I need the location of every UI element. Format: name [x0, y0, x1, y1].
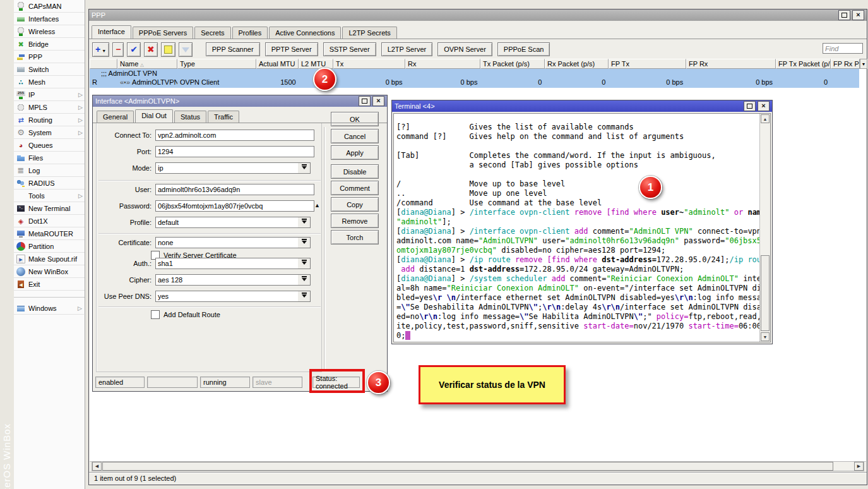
column-header-rx[interactable]: Rx [405, 59, 480, 69]
tab-pppoe-servers[interactable]: PPPoE Servers [133, 27, 193, 39]
scroll-left-icon[interactable]: ◀ [92, 462, 102, 471]
sidebar-item-exit[interactable]: Exit [14, 278, 85, 291]
user-field[interactable]: adminolt0hr6o13v96adq9n [155, 184, 314, 195]
sidebar-item-make-supout-rif[interactable]: Make Supout.rif [14, 253, 85, 265]
pppoe-scan-button[interactable]: PPPoE Scan [497, 42, 550, 56]
certificate-field[interactable]: none [155, 237, 302, 248]
tab-interface[interactable]: Interface [92, 25, 131, 39]
ppp-titlebar[interactable]: PPP × [89, 9, 867, 21]
sidebar-item-dot1x[interactable]: Dot1X [14, 215, 85, 227]
column-header-name[interactable]: Name△ [117, 59, 177, 69]
sidebar-item-bridge[interactable]: Bridge [14, 38, 85, 51]
cipher-field[interactable]: aes 128 [155, 274, 302, 286]
sidebar-item-routing[interactable]: Routing▷ [14, 114, 85, 126]
column-header-l2-mtu[interactable]: L2 MTU [299, 59, 333, 69]
sidebar-item-partition[interactable]: Partition [14, 240, 85, 253]
column-header-tx-packet-p-s[interactable]: Tx Packet (p/s) [480, 59, 545, 69]
sidebar-item-new-terminal[interactable]: New Terminal [14, 202, 85, 215]
remove-button[interactable]: − [112, 42, 124, 57]
sidebar-item-windows[interactable]: Windows▷ [14, 302, 84, 315]
ppp-scanner-button[interactable]: PPP Scanner [206, 42, 260, 56]
dropdown-icon[interactable] [298, 162, 311, 174]
column-header-fp-rx[interactable]: FP Rx [686, 59, 776, 69]
add-button[interactable]: +▼ [92, 42, 109, 57]
apply-button[interactable]: Apply [331, 145, 379, 160]
terminal-vertical-scrollbar[interactable]: ▲ ▼ [759, 114, 770, 342]
dropdown-icon[interactable] [298, 237, 311, 248]
profile-field[interactable]: default [155, 217, 302, 228]
sidebar-item-ppp[interactable]: PPP [14, 51, 85, 63]
l2tp-server-button[interactable]: L2TP Server [381, 42, 433, 56]
scroll-up-icon[interactable]: ▲ [761, 114, 770, 123]
port-field[interactable]: 1294 [155, 146, 314, 157]
pptp-server-button[interactable]: PPTP Server [265, 42, 318, 56]
sidebar-item-log[interactable]: Log [14, 164, 85, 177]
column-header-fp-rx-pa[interactable]: FP Rx Pa [831, 59, 860, 69]
scrollbar-thumb[interactable] [102, 462, 833, 471]
column-header-fp-tx[interactable]: FP Tx [609, 59, 686, 69]
comment-button[interactable] [161, 42, 175, 57]
password-field[interactable]: 06jbsx54fomtojxm1ay807rje0vcbq [155, 200, 314, 212]
sidebar-item-files[interactable]: Files [14, 152, 85, 164]
disable-button[interactable]: ✖ [144, 42, 158, 57]
connect-to-field[interactable]: vpn2.adminolt.com [155, 130, 314, 141]
dialog-titlebar[interactable]: Interface <AdminOLTVPN> × [93, 95, 387, 107]
sidebar-item-tools[interactable]: Tools▷ [14, 190, 85, 202]
dropdown-icon[interactable] [298, 258, 311, 269]
sidebar-item-ip[interactable]: IP▷ [14, 88, 85, 101]
dropdown-icon[interactable] [298, 274, 311, 286]
table-row-comment[interactable]: ;;; AdminOLT VPN [90, 69, 859, 78]
sidebar-item-metarouter[interactable]: MetaROUTER [14, 227, 85, 240]
sidebar-item-mpls[interactable]: MPLS▷ [14, 101, 85, 114]
dialog-tab-status[interactable]: Status [174, 111, 206, 123]
column-header-flags[interactable] [90, 59, 117, 69]
torch-button[interactable]: Torch [331, 230, 379, 244]
ovpn-server-button[interactable]: OVPN Server [437, 42, 492, 56]
dropdown-icon[interactable] [298, 217, 311, 228]
sstp-server-button[interactable]: SSTP Server [323, 42, 376, 56]
dialog-tab-traffic[interactable]: Traffic [208, 111, 239, 123]
close-icon[interactable]: × [852, 10, 864, 20]
tab-l2tp-secrets[interactable]: L2TP Secrets [342, 27, 396, 39]
terminal-body[interactable]: [?] Gives the list of available commands… [393, 113, 771, 342]
disable-button[interactable]: Disable [331, 164, 379, 179]
use-peer-dns-field[interactable]: yes [155, 291, 302, 302]
scrollbar-thumb[interactable] [761, 255, 770, 331]
dialog-tab-general[interactable]: General [97, 111, 134, 123]
column-header-type[interactable]: Type [177, 59, 256, 69]
column-header-fp-tx-packet-p-s[interactable]: FP Tx Packet (p/s) [776, 59, 831, 69]
column-select-icon[interactable]: ▼ [860, 59, 867, 69]
mode-field[interactable]: ip [155, 162, 302, 174]
maximize-icon[interactable] [359, 96, 371, 106]
sidebar-item-mesh[interactable]: Mesh [14, 76, 85, 88]
sidebar-item-switch[interactable]: Switch [14, 63, 85, 76]
column-header-tx[interactable]: Tx [333, 59, 405, 69]
sidebar-item-interfaces[interactable]: Interfaces [14, 13, 85, 25]
table-row-interface[interactable]: R«•»AdminOLTVPNOVPN Client15000 bps0 bps… [90, 78, 859, 88]
dialog-tab-dial-out[interactable]: Dial Out [135, 109, 173, 123]
find-input[interactable] [823, 43, 863, 54]
terminal-titlebar[interactable]: Terminal <4> × [392, 100, 772, 112]
sidebar-item-radius[interactable]: RADIUS [14, 177, 85, 190]
sidebar-item-system[interactable]: System▷ [14, 126, 85, 139]
comment-button[interactable]: Comment [331, 181, 379, 195]
sidebar-item-new-winbox[interactable]: New WinBox [14, 265, 85, 278]
maximize-icon[interactable] [744, 101, 756, 111]
tab-secrets[interactable]: Secrets [194, 27, 230, 39]
close-icon[interactable]: × [372, 96, 384, 106]
column-header-rx-packet-p-s[interactable]: Rx Packet (p/s) [545, 59, 609, 69]
scroll-down-icon[interactable]: ▼ [761, 332, 770, 341]
tab-profiles[interactable]: Profiles [232, 27, 268, 39]
filter-button[interactable] [179, 42, 193, 57]
enable-button[interactable]: ✔ [127, 42, 141, 57]
auth-field[interactable]: sha1 [155, 258, 302, 269]
hide-password-icon[interactable]: ▲ [314, 202, 320, 208]
add-default-route-checkbox[interactable] [151, 310, 160, 319]
sidebar-item-wireless[interactable]: Wireless [14, 25, 85, 38]
ok-button[interactable]: OK [331, 112, 379, 126]
column-header-actual-mtu[interactable]: Actual MTU [256, 59, 299, 69]
copy-button[interactable]: Copy [331, 197, 379, 212]
scroll-right-icon[interactable]: ▶ [854, 462, 864, 471]
tab-active-connections[interactable]: Active Connections [269, 27, 341, 39]
dropdown-icon[interactable] [298, 291, 311, 302]
